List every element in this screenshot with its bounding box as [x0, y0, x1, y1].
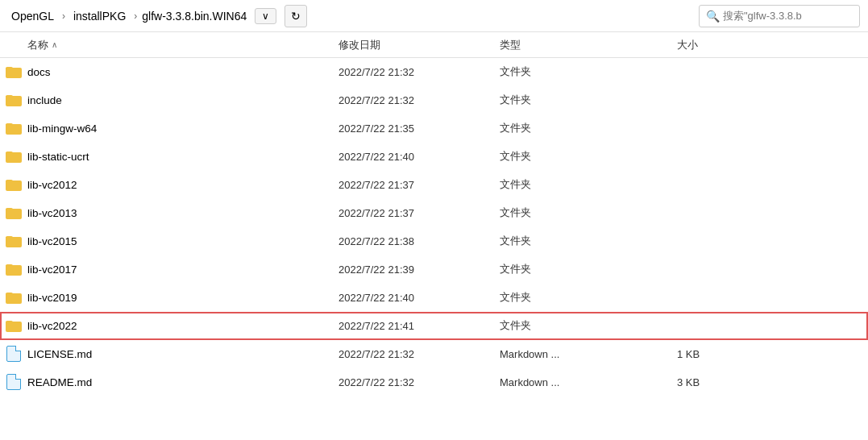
file-name: lib-vc2017	[27, 264, 338, 276]
table-row[interactable]: docs2022/7/22 21:32文件夹	[0, 58, 868, 86]
file-date: 2022/7/22 21:41	[338, 320, 500, 332]
file-date: 2022/7/22 21:32	[338, 376, 500, 388]
file-icon-cell	[0, 319, 27, 332]
file-date: 2022/7/22 21:37	[338, 179, 500, 191]
breadcrumb-installpkg[interactable]: installPKG	[70, 8, 129, 24]
markdown-file-icon	[6, 346, 21, 362]
file-size: 3 KB	[677, 376, 774, 388]
refresh-icon: ↻	[291, 10, 301, 23]
file-type: 文件夹	[500, 262, 677, 276]
folder-icon	[6, 263, 22, 276]
file-date: 2022/7/22 21:40	[338, 151, 500, 163]
file-date: 2022/7/22 21:40	[338, 292, 500, 304]
file-type: 文件夹	[500, 93, 677, 107]
refresh-button[interactable]: ↻	[284, 5, 307, 27]
file-icon-cell	[0, 291, 27, 304]
file-type: 文件夹	[500, 149, 677, 164]
folder-icon	[6, 291, 22, 304]
file-name: LICENSE.md	[27, 348, 338, 360]
file-name: lib-mingw-w64	[27, 122, 338, 135]
file-name: README.md	[27, 376, 338, 388]
file-type: 文件夹	[500, 205, 677, 220]
file-name: include	[27, 94, 338, 106]
file-type: 文件夹	[500, 177, 677, 192]
file-icon-cell	[0, 206, 27, 219]
file-type: Markdown ...	[500, 348, 677, 360]
column-date-header[interactable]: 修改日期	[338, 38, 500, 52]
table-row[interactable]: lib-vc20132022/7/22 21:37文件夹	[0, 199, 868, 227]
breadcrumb-sep-1: ›	[62, 10, 65, 22]
file-icon-cell	[0, 65, 27, 78]
file-icon-cell	[0, 178, 27, 191]
table-row[interactable]: lib-vc20222022/7/22 21:41文件夹	[0, 312, 868, 340]
column-header-row: 名称 ∧ 修改日期 类型 大小	[0, 32, 868, 58]
file-icon-cell	[0, 263, 27, 276]
breadcrumb-opengl[interactable]: OpenGL	[8, 8, 57, 24]
breadcrumb-sep-2: ›	[134, 10, 137, 22]
file-type: Markdown ...	[500, 376, 677, 388]
file-date: 2022/7/22 21:39	[338, 264, 500, 276]
folder-icon	[6, 65, 22, 78]
table-row[interactable]: lib-vc20152022/7/22 21:38文件夹	[0, 227, 868, 255]
file-date: 2022/7/22 21:32	[338, 66, 500, 78]
file-icon-cell	[0, 150, 27, 163]
markdown-file-icon	[6, 374, 21, 390]
file-icon-cell	[0, 122, 27, 135]
folder-icon	[6, 319, 22, 332]
file-type: 文件夹	[500, 318, 677, 333]
column-name-header[interactable]: 名称 ∧	[0, 38, 338, 52]
folder-icon	[6, 93, 22, 106]
search-icon: 🔍	[706, 10, 720, 23]
search-input[interactable]	[723, 10, 852, 22]
file-type: 文件夹	[500, 234, 677, 248]
file-name: lib-vc2012	[27, 179, 338, 191]
file-name: docs	[27, 66, 338, 78]
sort-arrow-icon: ∧	[52, 40, 57, 49]
column-type-header[interactable]: 类型	[500, 38, 677, 52]
file-date: 2022/7/22 21:32	[338, 348, 500, 360]
breadcrumb-current: glfw-3.3.8.bin.WIN64	[142, 10, 247, 23]
file-name: lib-static-ucrt	[27, 151, 338, 163]
breadcrumb-dropdown-button[interactable]: ∨	[255, 8, 276, 24]
table-row[interactable]: lib-vc20192022/7/22 21:40文件夹	[0, 284, 868, 312]
file-icon-cell	[0, 93, 27, 106]
folder-icon	[6, 206, 22, 219]
file-date: 2022/7/22 21:37	[338, 207, 500, 219]
table-row[interactable]: include2022/7/22 21:32文件夹	[0, 86, 868, 114]
file-date: 2022/7/22 21:38	[338, 235, 500, 247]
file-date: 2022/7/22 21:32	[338, 94, 500, 106]
file-name: lib-vc2015	[27, 235, 338, 247]
folder-icon	[6, 122, 22, 135]
table-row[interactable]: lib-vc20172022/7/22 21:39文件夹	[0, 255, 868, 284]
breadcrumb-bar: OpenGL › installPKG › glfw-3.3.8.bin.WIN…	[0, 0, 868, 32]
file-list: docs2022/7/22 21:32文件夹include2022/7/22 2…	[0, 58, 868, 440]
table-row[interactable]: lib-vc20122022/7/22 21:37文件夹	[0, 171, 868, 199]
file-type: 文件夹	[500, 290, 677, 305]
column-size-header[interactable]: 大小	[677, 38, 774, 52]
folder-icon	[6, 150, 22, 163]
search-box[interactable]: 🔍	[699, 5, 860, 27]
table-row[interactable]: lib-mingw-w642022/7/22 21:35文件夹	[0, 114, 868, 143]
file-icon-cell	[0, 235, 27, 247]
folder-icon	[6, 178, 22, 191]
file-name: lib-vc2019	[27, 292, 338, 304]
file-name: lib-vc2013	[27, 207, 338, 219]
file-size: 1 KB	[677, 348, 774, 360]
table-row[interactable]: README.md2022/7/22 21:32Markdown ...3 KB	[0, 368, 868, 396]
file-type: 文件夹	[500, 64, 677, 79]
table-row[interactable]: LICENSE.md2022/7/22 21:32Markdown ...1 K…	[0, 340, 868, 368]
file-name: lib-vc2022	[27, 320, 338, 332]
chevron-down-icon: ∨	[262, 10, 269, 22]
folder-icon	[6, 235, 22, 247]
table-row[interactable]: lib-static-ucrt2022/7/22 21:40文件夹	[0, 143, 868, 171]
file-icon-cell	[0, 346, 27, 362]
file-icon-cell	[0, 374, 27, 390]
file-type: 文件夹	[500, 121, 677, 135]
file-date: 2022/7/22 21:35	[338, 122, 500, 135]
